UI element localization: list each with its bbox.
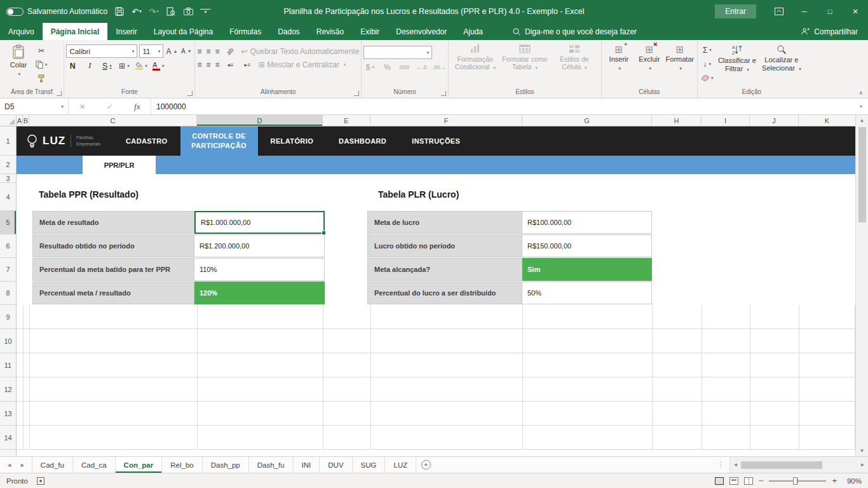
nav-item-cadastro[interactable]: CADASTRO	[113, 126, 180, 156]
align-left-icon[interactable]: ≡	[197, 60, 201, 69]
row-header[interactable]: 4	[0, 183, 16, 211]
sheet-tab-duv[interactable]: DUV	[320, 457, 352, 473]
align-bottom-icon[interactable]: ≡	[215, 47, 219, 56]
clear-icon[interactable]: ▾	[701, 72, 714, 83]
align-right-icon[interactable]: ≡	[215, 60, 219, 69]
number-format-select[interactable]: ▾	[363, 46, 432, 59]
camera-icon[interactable]	[183, 8, 193, 15]
sheet-tab-sug[interactable]: SUG	[353, 457, 386, 473]
minimize-button[interactable]: ─	[792, 0, 817, 23]
column-header-f[interactable]: F	[370, 115, 522, 126]
column-header-e[interactable]: E	[323, 115, 370, 126]
row-header[interactable]: 2	[0, 156, 16, 174]
tell-me-search[interactable]: Diga-me o que você deseja fazer	[513, 23, 637, 40]
cancel-entry-icon[interactable]: ✕	[79, 102, 86, 111]
sheet-tab-rel-bo[interactable]: Rel_bo	[162, 457, 202, 473]
align-top-icon[interactable]: ≡	[197, 47, 201, 56]
font-dialog-launcher[interactable]	[187, 91, 193, 96]
horizontal-scrollbar[interactable]: ◄ ►	[729, 457, 868, 473]
insert-function-icon[interactable]: fx	[134, 102, 140, 112]
nav-item-instrucoes[interactable]: INSTRUÇÕES	[399, 126, 473, 156]
row-header[interactable]: 12	[0, 377, 16, 402]
vertical-scrollbar[interactable]: ▲ ▼	[855, 115, 868, 456]
cell-label[interactable]: Meta de lucro	[367, 211, 522, 234]
sheet-nav-left-icon[interactable]: ◄	[6, 462, 12, 468]
font-name-select[interactable]: Calibri▾	[66, 44, 137, 58]
sheet-tab-cad-ca[interactable]: Cad_ca	[73, 457, 116, 473]
maximize-button[interactable]: □	[817, 0, 843, 23]
copy-icon[interactable]: ▾	[35, 59, 48, 70]
sort-filter-button[interactable]: AZ Classificar e Filtrar ▾	[715, 42, 759, 88]
tab-revisao[interactable]: Revisão	[308, 23, 352, 40]
sheet-tab-dash-fu[interactable]: Dash_fu	[249, 457, 294, 473]
formula-input[interactable]: 1000000	[151, 98, 854, 114]
font-size-select[interactable]: 11▾	[139, 44, 163, 58]
cell-label[interactable]: Meta de resultado	[32, 211, 194, 234]
alignment-dialog-launcher[interactable]	[354, 91, 359, 96]
redo-icon[interactable]: ↷▾	[149, 7, 159, 17]
tab-pagina-inicial[interactable]: Página Inicial	[43, 23, 108, 40]
align-center-icon[interactable]: ≡	[206, 60, 210, 69]
format-as-table-button[interactable]: Formatar como Tabela ▾	[500, 42, 550, 88]
row-header[interactable]: 5	[0, 211, 16, 234]
horizontal-scroll-thumb[interactable]	[741, 461, 822, 469]
zoom-level[interactable]: 90%	[843, 477, 862, 485]
row-header[interactable]: 10	[0, 329, 16, 353]
sheet-tab-luz[interactable]: LUZ	[385, 457, 416, 473]
toggle-switch-icon[interactable]	[6, 8, 24, 16]
find-select-button[interactable]: Localizar e Selecionar ▾	[759, 42, 804, 88]
underline-button[interactable]: S▾	[100, 60, 113, 71]
italic-button[interactable]: I	[83, 60, 96, 71]
row-header[interactable]: 11	[0, 353, 16, 377]
column-header-k[interactable]: K	[799, 115, 855, 126]
ribbon-display-options-icon[interactable]	[766, 0, 792, 23]
selected-cell-d5[interactable]: R$1.000.000,00	[194, 211, 325, 234]
cell-label[interactable]: Lucro obtido no período	[367, 234, 522, 257]
normal-view-icon[interactable]	[715, 477, 724, 485]
print-preview-icon[interactable]	[166, 7, 176, 16]
row-header[interactable]: 8	[0, 281, 16, 305]
sign-in-button[interactable]: Entrar	[715, 4, 756, 18]
collapse-ribbon-icon[interactable]: ∧	[858, 90, 863, 96]
close-button[interactable]: ✕	[843, 0, 868, 23]
sheet-tab-cad-fu[interactable]: Cad_fu	[32, 457, 73, 473]
select-all-corner[interactable]	[0, 115, 17, 126]
customize-qat-icon[interactable]: ▾	[200, 9, 210, 15]
subtab-ppr-plr[interactable]: PPR/PLR	[83, 156, 156, 174]
column-header-a[interactable]: A	[17, 115, 23, 126]
fill-icon[interactable]: ↓▾	[701, 58, 714, 69]
sheet-nav-right-icon[interactable]: ►	[20, 462, 25, 468]
clipboard-dialog-launcher[interactable]	[57, 91, 62, 96]
cell-value[interactable]: 50%	[522, 281, 652, 304]
fill-color-icon[interactable]: ▾	[135, 60, 147, 71]
page-break-view-icon[interactable]	[744, 477, 753, 485]
tab-dados[interactable]: Dados	[269, 23, 308, 40]
scroll-right-icon[interactable]: ►	[857, 462, 868, 468]
increase-decimal-icon[interactable]: ←.0	[415, 62, 428, 72]
column-header-h[interactable]: H	[652, 115, 702, 126]
zoom-in-icon[interactable]: +	[832, 476, 837, 485]
expand-formula-bar-icon[interactable]: ▾	[854, 98, 868, 114]
tab-formulas[interactable]: Fórmulas	[221, 23, 269, 40]
scroll-left-icon[interactable]: ◄	[730, 462, 741, 468]
decrease-indent-icon[interactable]: ◂≡	[224, 59, 236, 70]
sheet-tab-dash-pp[interactable]: Dash_pp	[203, 457, 249, 473]
column-header-d[interactable]: D	[197, 115, 323, 126]
bold-button[interactable]: N	[66, 60, 79, 71]
sheet-tab-con-par[interactable]: Con_par	[116, 457, 163, 473]
tab-desenvolvedor[interactable]: Desenvolvedor	[388, 23, 455, 40]
nav-item-dashboard[interactable]: DASHBOARD	[326, 126, 399, 156]
vertical-scroll-thumb[interactable]	[858, 127, 866, 222]
insert-cells-button[interactable]: ⊞+ Inserir▾	[604, 42, 634, 88]
tab-ajuda[interactable]: Ajuda	[455, 23, 491, 40]
accounting-format-icon[interactable]: $▾	[363, 62, 376, 72]
cell-label[interactable]: Percentual do lucro a ser distribuído	[367, 281, 522, 304]
macro-record-icon[interactable]	[37, 477, 44, 485]
scroll-up-icon[interactable]: ▲	[856, 115, 868, 126]
name-box[interactable]: D5 ▾	[0, 98, 69, 114]
autosum-icon[interactable]: Σ▾	[701, 44, 714, 55]
zoom-out-icon[interactable]: ─	[759, 477, 763, 484]
column-header-g[interactable]: G	[522, 115, 652, 126]
wrap-text-button[interactable]: ↩Quebrar Texto Automaticamente	[241, 46, 359, 57]
confirm-entry-icon[interactable]: ✓	[107, 102, 113, 111]
